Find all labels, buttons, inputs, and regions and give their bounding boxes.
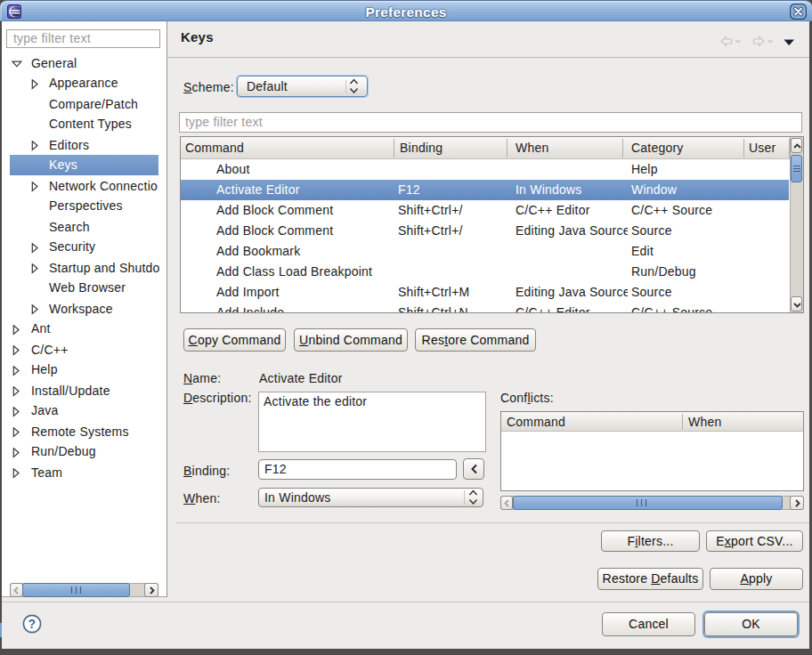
svg-text:?: ? xyxy=(28,617,37,631)
